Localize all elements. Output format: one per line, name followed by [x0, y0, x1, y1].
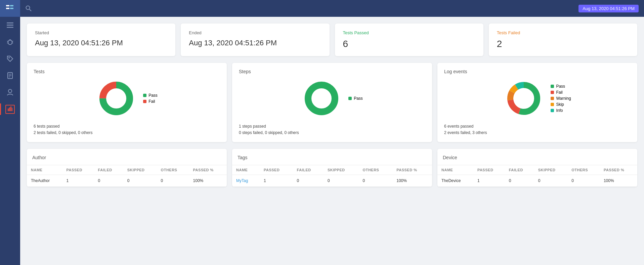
- tags-col-passed: PASSED: [260, 165, 293, 175]
- tests-passed-value: 6: [343, 39, 475, 49]
- log-fail-label: Fail: [556, 90, 562, 95]
- log-chart-area: Pass Fail Warning Skip: [444, 78, 631, 119]
- ended-value: Aug 13, 2020 04:51:26 PM: [189, 39, 321, 47]
- log-fail-dot: [551, 91, 554, 94]
- steps-donut: [301, 78, 342, 119]
- sidebar-item-docs[interactable]: [0, 67, 20, 84]
- device-table-title: Device: [437, 155, 637, 165]
- ended-label: Ended: [189, 30, 321, 35]
- device-col-passed: PASSED: [473, 165, 505, 175]
- tags-others: 0: [359, 175, 393, 187]
- device-passed: 1: [473, 175, 505, 187]
- tests-chart-title: Tests: [34, 69, 220, 74]
- tags-col-pct: PASSED %: [392, 165, 432, 175]
- table-row: TheAuthor 1 0 0 0 100%: [27, 175, 227, 187]
- device-table-header-row: NAME PASSED FAILED SKIPPED OTHERS PASSED…: [437, 165, 637, 175]
- sidebar-item-menu[interactable]: [0, 17, 20, 34]
- charts-row: Tests: [27, 63, 637, 142]
- sidebar-item-bugs[interactable]: [0, 34, 20, 50]
- legend-pass: Pass: [143, 93, 158, 98]
- author-col-passed: PASSED: [62, 165, 94, 175]
- tests-chart-card: Tests: [27, 63, 227, 142]
- tables-row: Author NAME PASSED FAILED SKIPPED OTHERS…: [27, 149, 637, 187]
- svg-point-7: [8, 40, 12, 45]
- tags-col-skipped: SKIPPED: [324, 165, 359, 175]
- tests-stats: 6 tests passed 2 tests failed, 0 skipped…: [34, 123, 220, 136]
- log-donut: [504, 78, 544, 119]
- tests-stat-line1: 6 tests passed: [34, 123, 220, 130]
- device-col-failed: FAILED: [505, 165, 534, 175]
- steps-legend-pass: Pass: [348, 96, 363, 101]
- log-chart-title: Log events: [444, 69, 631, 74]
- svg-point-28: [308, 85, 335, 112]
- topbar-left: [26, 5, 32, 11]
- tags-name: MyTag: [232, 175, 260, 187]
- svg-rect-22: [12, 108, 12, 111]
- summary-row: Started Aug 13, 2020 04:51:26 PM Ended A…: [27, 24, 637, 56]
- author-col-pct: PASSED %: [189, 165, 227, 175]
- log-info-dot: [551, 109, 554, 112]
- summary-card-tests-failed: Tests Failed 2: [489, 24, 637, 56]
- fail-dot: [143, 100, 146, 103]
- log-pass-label: Pass: [556, 84, 565, 89]
- author-table-title: Author: [27, 155, 227, 165]
- main-container: Aug 13, 2020 04:51:26 PM Started Aug 13,…: [20, 0, 644, 265]
- tags-passed: 1: [260, 175, 293, 187]
- svg-line-9: [7, 41, 8, 42]
- log-warning-label: Warning: [556, 96, 571, 101]
- svg-rect-4: [7, 23, 13, 24]
- tests-chart-area: Pass Fail: [34, 78, 220, 119]
- steps-stat-line2: 0 steps failed, 0 skipped, 0 others: [239, 130, 425, 136]
- log-legend-info: Info: [551, 108, 571, 113]
- author-name: TheAuthor: [27, 175, 62, 187]
- log-stat-line2: 2 events failed, 3 others: [444, 130, 631, 136]
- device-table: NAME PASSED FAILED SKIPPED OTHERS PASSED…: [437, 165, 637, 187]
- author-skipped: 0: [123, 175, 157, 187]
- sidebar-item-charts[interactable]: [0, 101, 20, 118]
- tags-col-failed: FAILED: [293, 165, 324, 175]
- summary-card-ended: Ended Aug 13, 2020 04:51:26 PM: [181, 24, 329, 56]
- steps-stats: 1 steps passed 0 steps failed, 0 skipped…: [239, 123, 425, 136]
- tests-legend: Pass Fail: [143, 93, 158, 104]
- author-col-name: NAME: [27, 165, 62, 175]
- tags-col-others: OTHERS: [359, 165, 393, 175]
- log-legend-pass: Pass: [551, 84, 571, 89]
- svg-rect-21: [10, 106, 11, 111]
- svg-rect-3: [10, 8, 13, 9]
- log-stat-line1: 6 events passed: [444, 123, 631, 130]
- log-info-label: Info: [556, 108, 563, 113]
- device-col-name: NAME: [437, 165, 473, 175]
- steps-legend: Pass: [348, 96, 363, 101]
- started-value: Aug 13, 2020 04:51:26 PM: [35, 39, 167, 47]
- log-skip-dot: [551, 103, 554, 106]
- summary-card-started: Started Aug 13, 2020 04:51:26 PM: [27, 24, 175, 56]
- tests-passed-label: Tests Passed: [343, 30, 475, 35]
- author-table-card: Author NAME PASSED FAILED SKIPPED OTHERS…: [27, 149, 227, 187]
- device-skipped: 0: [534, 175, 568, 187]
- table-row: TheDevice 1 0 0 0 100%: [437, 175, 637, 187]
- svg-rect-6: [7, 27, 13, 28]
- search-icon[interactable]: [26, 5, 32, 11]
- svg-rect-5: [7, 25, 13, 26]
- author-pct: 100%: [189, 175, 227, 187]
- started-label: Started: [35, 30, 167, 35]
- log-legend: Pass Fail Warning Skip: [551, 84, 571, 113]
- svg-rect-0: [6, 5, 9, 6]
- log-legend-warning: Warning: [551, 96, 571, 101]
- tags-table: NAME PASSED FAILED SKIPPED OTHERS PASSED…: [232, 165, 432, 187]
- steps-pass-dot: [348, 97, 352, 100]
- tests-failed-value: 2: [497, 39, 629, 49]
- author-others: 0: [157, 175, 189, 187]
- svg-line-24: [29, 9, 31, 11]
- sidebar-item-tags[interactable]: [0, 50, 20, 67]
- tests-failed-label: Tests Failed: [497, 30, 629, 35]
- author-failed: 0: [94, 175, 123, 187]
- device-col-pct: PASSED %: [600, 165, 637, 175]
- device-table-card: Device NAME PASSED FAILED SKIPPED OTHERS…: [437, 149, 637, 187]
- author-table: NAME PASSED FAILED SKIPPED OTHERS PASSED…: [27, 165, 227, 187]
- log-chart-card: Log events: [437, 63, 637, 142]
- sidebar-item-user[interactable]: [0, 84, 20, 101]
- tags-table-header-row: NAME PASSED FAILED SKIPPED OTHERS PASSED…: [232, 165, 432, 175]
- steps-chart-title: Steps: [239, 69, 425, 74]
- device-col-others: OTHERS: [567, 165, 600, 175]
